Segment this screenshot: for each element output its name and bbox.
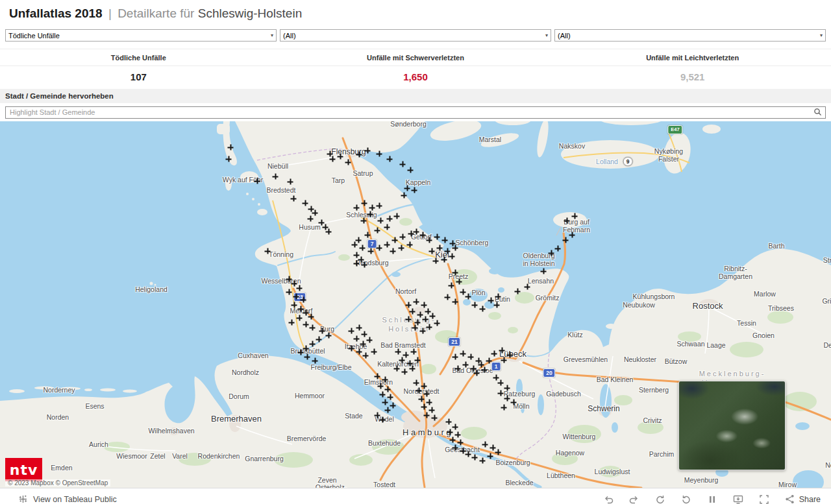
- accident-marker[interactable]: [463, 362, 469, 368]
- accident-marker[interactable]: [541, 269, 547, 274]
- accident-marker[interactable]: [303, 322, 309, 328]
- accident-marker[interactable]: [433, 258, 439, 264]
- accident-marker[interactable]: [392, 237, 398, 243]
- filter-dropdown-2[interactable]: (All) ▾: [280, 29, 551, 42]
- accident-marker[interactable]: [420, 328, 426, 334]
- accident-marker[interactable]: [407, 242, 413, 248]
- accident-marker[interactable]: [488, 298, 494, 304]
- pause-button[interactable]: [706, 494, 718, 504]
- accident-marker[interactable]: [421, 404, 427, 410]
- accident-marker[interactable]: [434, 234, 440, 240]
- accident-marker[interactable]: [404, 186, 410, 191]
- accident-marker[interactable]: [375, 374, 380, 379]
- accident-marker[interactable]: [298, 350, 304, 355]
- accident-marker[interactable]: [449, 283, 454, 289]
- accident-marker[interactable]: [356, 152, 362, 158]
- map[interactable]: SønderborgFlensburgMarstalNakskovLolland…: [0, 121, 831, 488]
- accident-marker[interactable]: [419, 396, 425, 402]
- accident-marker[interactable]: [408, 167, 414, 173]
- accident-marker[interactable]: [453, 445, 458, 451]
- accident-marker[interactable]: [330, 156, 336, 162]
- accident-marker[interactable]: [414, 299, 419, 305]
- accident-marker[interactable]: [480, 458, 486, 464]
- accident-marker[interactable]: [390, 403, 396, 409]
- accident-marker[interactable]: [375, 228, 380, 234]
- accident-marker[interactable]: [297, 285, 303, 291]
- accident-marker[interactable]: [303, 200, 308, 206]
- accident-marker[interactable]: [384, 224, 390, 230]
- undo-button[interactable]: [602, 494, 614, 504]
- accident-marker[interactable]: [416, 388, 422, 394]
- accident-marker[interactable]: [367, 337, 373, 343]
- accident-marker[interactable]: [402, 369, 408, 375]
- accident-marker[interactable]: [453, 299, 458, 305]
- accident-marker[interactable]: [362, 262, 367, 268]
- accident-marker[interactable]: [507, 352, 513, 358]
- accident-marker[interactable]: [291, 196, 297, 202]
- accident-marker[interactable]: [424, 413, 430, 418]
- accident-marker[interactable]: [555, 246, 561, 252]
- accident-marker[interactable]: [456, 279, 462, 285]
- accident-marker[interactable]: [228, 145, 234, 150]
- accident-marker[interactable]: [312, 358, 318, 364]
- accident-marker[interactable]: [265, 248, 271, 254]
- accident-marker[interactable]: [410, 309, 416, 315]
- refresh-button[interactable]: [680, 494, 692, 504]
- accident-marker[interactable]: [437, 245, 443, 251]
- accident-marker[interactable]: [472, 302, 478, 308]
- accident-marker[interactable]: [455, 432, 461, 438]
- redo-button[interactable]: [628, 494, 640, 504]
- accident-marker[interactable]: [491, 351, 497, 357]
- accident-marker[interactable]: [291, 302, 297, 308]
- accident-marker[interactable]: [382, 377, 388, 383]
- accident-marker[interactable]: [504, 385, 510, 391]
- accident-marker[interactable]: [394, 366, 400, 372]
- accident-marker[interactable]: [429, 407, 435, 413]
- accident-marker[interactable]: [465, 451, 471, 457]
- accident-marker[interactable]: [399, 245, 404, 251]
- accident-marker[interactable]: [421, 302, 427, 308]
- accident-marker[interactable]: [380, 417, 386, 423]
- accident-marker[interactable]: [498, 390, 504, 396]
- accident-marker[interactable]: [412, 187, 417, 193]
- accident-marker[interactable]: [468, 354, 474, 360]
- accident-marker[interactable]: [352, 242, 358, 248]
- accident-marker[interactable]: [442, 237, 448, 243]
- accident-marker[interactable]: [453, 245, 458, 251]
- accident-marker[interactable]: [308, 314, 314, 320]
- accident-marker[interactable]: [458, 440, 464, 446]
- accident-marker[interactable]: [312, 210, 318, 216]
- accident-marker[interactable]: [371, 349, 377, 355]
- accident-marker[interactable]: [378, 383, 384, 389]
- accident-marker[interactable]: [310, 325, 316, 331]
- accident-marker[interactable]: [549, 250, 554, 256]
- accident-marker[interactable]: [361, 218, 367, 224]
- accident-marker[interactable]: [369, 205, 375, 211]
- accident-marker[interactable]: [474, 370, 480, 376]
- accident-marker[interactable]: [400, 234, 406, 240]
- download-button[interactable]: [732, 494, 744, 504]
- accident-marker[interactable]: [297, 315, 303, 321]
- fullscreen-button[interactable]: [758, 494, 770, 504]
- accident-marker[interactable]: [384, 242, 390, 248]
- accident-marker[interactable]: [288, 179, 293, 185]
- accident-marker[interactable]: [465, 294, 471, 300]
- accident-marker[interactable]: [445, 294, 451, 300]
- reset-button[interactable]: [654, 494, 666, 504]
- accident-marker[interactable]: [378, 218, 384, 224]
- accident-marker[interactable]: [310, 341, 316, 347]
- accident-marker[interactable]: [495, 450, 501, 455]
- accident-marker[interactable]: [511, 400, 517, 405]
- filter-dropdown-3[interactable]: (All) ▾: [554, 29, 826, 42]
- accident-marker[interactable]: [421, 383, 427, 389]
- share-button[interactable]: Share: [784, 494, 821, 504]
- accident-marker[interactable]: [303, 346, 309, 352]
- accident-marker[interactable]: [387, 156, 393, 162]
- accident-marker[interactable]: [293, 294, 299, 300]
- accident-marker[interactable]: [385, 407, 391, 413]
- accident-marker[interactable]: [446, 419, 452, 425]
- accident-marker[interactable]: [450, 437, 456, 443]
- accident-marker[interactable]: [399, 357, 405, 363]
- accident-marker[interactable]: [411, 349, 417, 355]
- accident-marker[interactable]: [365, 148, 371, 154]
